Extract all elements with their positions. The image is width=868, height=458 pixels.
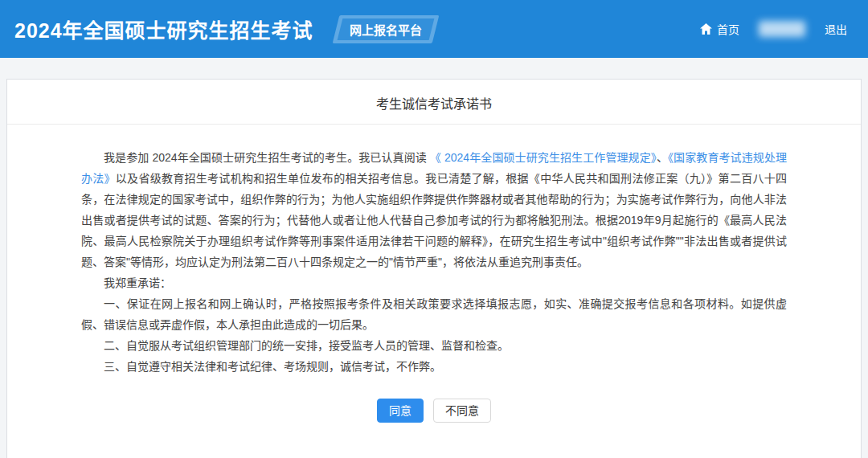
promise-intro: 我郑重承诺： [81, 272, 787, 293]
home-icon [700, 23, 712, 35]
platform-badge-fill: 网上报名平台 [337, 18, 434, 40]
agree-button[interactable]: 同意 [377, 399, 424, 423]
pledge-paragraph: 我是参加 2024年全国硕士研究生招生考试的考生。我已认真阅读 《 2024年全… [81, 147, 787, 272]
nav-logout-label: 退出 [825, 21, 847, 37]
nav-home-link[interactable]: 首页 [700, 21, 739, 37]
promise-item-2: 二、自觉服从考试组织管理部门的统一安排，接受监考人员的管理、监督和检查。 [81, 335, 787, 356]
pledge-body: 我是参加 2024年全国硕士研究生招生考试的考生。我已认真阅读 《 2024年全… [7, 125, 861, 458]
page-title: 考生诚信考试承诺书 [7, 80, 861, 125]
promise-item-3: 三、自觉遵守相关法律和考试纪律、考场规则，诚信考试，不作弊。 [81, 356, 787, 377]
header-nav: 首页 退出 [700, 21, 847, 37]
nav-logout-link[interactable]: 退出 [825, 21, 847, 37]
regulations-link[interactable]: 《 2024年全国硕士研究生招生工作管理规定》 [430, 151, 657, 164]
nav-home-label: 首页 [717, 21, 739, 37]
pledge-text-main: 以及省级教育招生考试机构和招生单位发布的相关招考信息。我已清楚了解，根据《中华人… [81, 172, 787, 268]
pledge-card: 考生诚信考试承诺书 我是参加 2024年全国硕士研究生招生考试的考生。我已认真阅… [6, 79, 862, 458]
link-separator: 、 [657, 151, 668, 164]
username-blurred[interactable] [759, 21, 805, 37]
platform-badge-label: 网上报名平台 [350, 21, 422, 38]
pledge-text-intro: 我是参加 2024年全国硕士研究生招生考试的考生。我已认真阅读 [104, 151, 430, 164]
promise-item-1: 一、保证在网上报名和网上确认时，严格按照报考条件及相关政策要求选择填报志愿，如实… [81, 293, 787, 335]
disagree-button[interactable]: 不同意 [433, 399, 491, 423]
app-header: 2024年全国硕士研究生招生考试 网上报名平台 首页 退出 [0, 0, 868, 58]
app-title: 2024年全国硕士研究生招生考试 [14, 14, 313, 43]
header-left: 2024年全国硕士研究生招生考试 网上报名平台 [14, 14, 436, 43]
action-bar: 同意 不同意 [81, 399, 787, 458]
platform-badge: 网上报名平台 [332, 15, 439, 43]
